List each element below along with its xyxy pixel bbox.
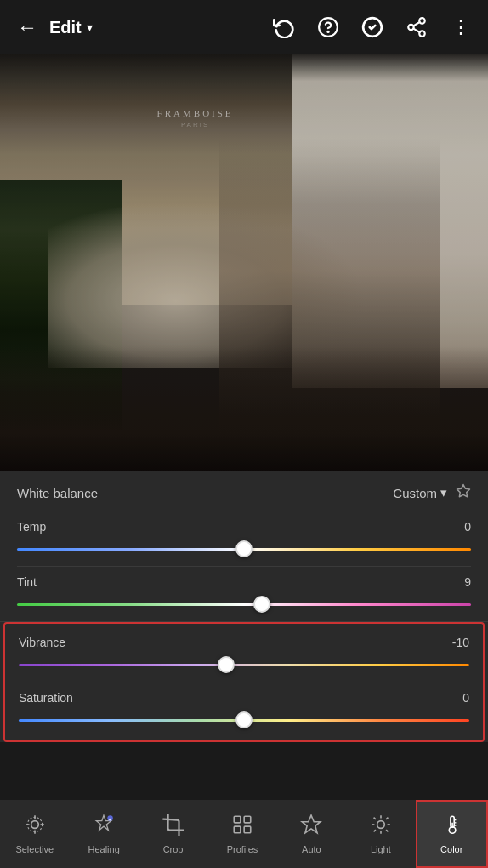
auto-label: Auto xyxy=(302,844,321,854)
selective-label: Selective xyxy=(15,844,54,854)
more-button[interactable]: ⋮ xyxy=(447,14,474,41)
toolbar-item-light[interactable]: Light xyxy=(346,800,415,868)
toolbar-item-profiles[interactable]: Profiles xyxy=(207,800,276,868)
toolbar-item-selective[interactable]: Selective xyxy=(0,800,69,868)
color-icon xyxy=(440,814,462,841)
bottom-toolbar: Selective ✦ Healing Crop xyxy=(0,800,488,868)
crop-label: Crop xyxy=(163,844,184,854)
highlighted-section: Vibrance -10 Saturation 0 xyxy=(3,622,485,742)
tint-value: 9 xyxy=(445,575,471,589)
vibrance-value: -10 xyxy=(444,636,469,649)
vibrance-slider[interactable] xyxy=(19,656,469,673)
tint-slider-row: Tint 9 xyxy=(17,567,471,621)
healing-icon: ✦ xyxy=(93,814,115,841)
saturation-slider[interactable] xyxy=(19,711,469,728)
profiles-label: Profiles xyxy=(227,844,258,854)
top-bar: ← Edit ▾ xyxy=(0,0,488,54)
undo-button[interactable] xyxy=(270,14,298,41)
white-balance-chevron: ▾ xyxy=(440,485,447,500)
auto-icon xyxy=(300,814,322,841)
svg-point-8 xyxy=(31,821,38,829)
toolbar-item-healing[interactable]: ✦ Healing xyxy=(69,800,138,868)
photo-area: FRAMBOISE PARIS xyxy=(0,54,488,471)
light-label: Light xyxy=(371,844,391,854)
temp-thumb[interactable] xyxy=(235,540,253,557)
svg-line-26 xyxy=(373,818,375,819)
white-balance-label: White balance xyxy=(17,486,98,500)
white-balance-controls: Custom ▾ xyxy=(393,483,471,502)
svg-rect-18 xyxy=(234,826,241,833)
svg-line-7 xyxy=(413,22,419,26)
tint-thumb[interactable] xyxy=(253,596,270,613)
white-balance-value: Custom xyxy=(393,486,437,500)
svg-line-6 xyxy=(413,29,419,32)
selective-icon xyxy=(24,814,46,841)
page-title: Edit xyxy=(49,18,82,37)
profiles-icon xyxy=(231,814,253,841)
svg-line-29 xyxy=(386,818,388,819)
share-button[interactable] xyxy=(403,14,430,41)
white-balance-dropdown[interactable]: Custom ▾ xyxy=(393,485,447,500)
light-icon xyxy=(370,814,392,841)
vibrance-thumb[interactable] xyxy=(218,656,235,673)
vibrance-slider-row: Vibrance -10 xyxy=(19,627,469,682)
toolbar-item-color[interactable]: Color xyxy=(416,800,488,868)
top-bar-actions: ⋮ xyxy=(270,14,474,41)
svg-rect-19 xyxy=(244,826,251,833)
sliders-section: Temp 0 Tint 9 xyxy=(0,511,488,621)
top-bar-left: ← Edit ▾ xyxy=(14,14,264,41)
svg-line-27 xyxy=(386,830,388,831)
tint-label: Tint xyxy=(17,575,37,589)
saturation-label: Saturation xyxy=(19,691,73,705)
temp-slider[interactable] xyxy=(17,540,471,557)
svg-rect-16 xyxy=(234,816,241,823)
temp-label: Temp xyxy=(17,520,46,534)
control-panel: White balance Custom ▾ Temp 0 xyxy=(0,471,488,742)
temp-value: 0 xyxy=(445,520,471,534)
saturation-thumb[interactable] xyxy=(235,711,253,728)
vibrance-label: Vibrance xyxy=(19,636,65,649)
white-balance-row: White balance Custom ▾ xyxy=(0,471,488,511)
svg-marker-20 xyxy=(303,815,321,833)
svg-rect-17 xyxy=(244,816,251,823)
toolbar-item-crop[interactable]: Crop xyxy=(139,800,207,868)
svg-point-9 xyxy=(27,817,42,831)
svg-line-28 xyxy=(373,830,375,831)
crop-icon xyxy=(162,814,184,841)
white-balance-eyedropper[interactable] xyxy=(456,483,471,502)
healing-label: Healing xyxy=(88,844,119,854)
saturation-value: 0 xyxy=(444,691,469,705)
toolbar-item-auto[interactable]: Auto xyxy=(277,800,346,868)
help-button[interactable] xyxy=(315,14,342,41)
edit-chevron-icon[interactable]: ▾ xyxy=(87,20,93,34)
svg-point-21 xyxy=(377,821,384,829)
color-label: Color xyxy=(440,844,462,854)
done-button[interactable] xyxy=(359,14,386,41)
tint-slider[interactable] xyxy=(17,596,471,613)
svg-text:✦: ✦ xyxy=(108,817,111,822)
temp-slider-row: Temp 0 xyxy=(17,511,471,566)
back-button[interactable]: ← xyxy=(14,14,41,41)
saturation-slider-row: Saturation 0 xyxy=(19,682,469,737)
